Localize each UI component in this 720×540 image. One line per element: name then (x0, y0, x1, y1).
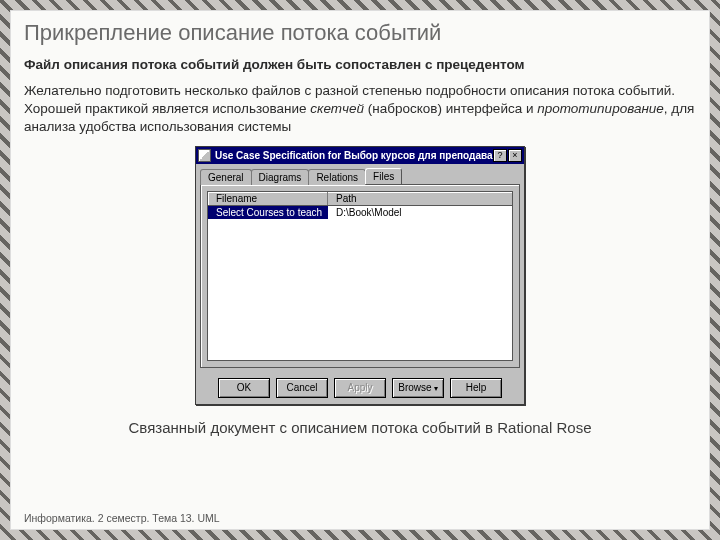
window-caption: Use Case Specification for Выбор курсов … (215, 150, 493, 161)
tabstrip: General Diagrams Relations Files (196, 164, 524, 184)
browse-label: Browse (398, 382, 431, 393)
system-icon[interactable] (198, 149, 211, 162)
cancel-button[interactable]: Cancel (276, 378, 328, 398)
figure: Use Case Specification for Выбор курсов … (24, 146, 696, 405)
slide: Прикрепление описание потока событий Фай… (10, 10, 710, 530)
chevron-down-icon: ▾ (434, 384, 438, 393)
body-text: Желательно подготовить несколько файлов … (24, 82, 696, 137)
close-window-button[interactable]: × (508, 149, 522, 162)
list-header: Filename Path (207, 191, 513, 206)
body-em-2: прототипирование (537, 101, 664, 116)
button-row: OK Cancel Apply Browse▾ Help (196, 372, 524, 404)
col-path[interactable]: Path (328, 192, 512, 205)
list-item[interactable]: Select Courses to teach D:\Book\Model (208, 206, 512, 219)
titlebar[interactable]: Use Case Specification for Выбор курсов … (196, 147, 524, 164)
cell-path: D:\Book\Model (328, 206, 512, 219)
tab-general[interactable]: General (200, 169, 252, 185)
col-filename[interactable]: Filename (208, 192, 328, 205)
browse-button[interactable]: Browse▾ (392, 378, 444, 398)
tab-files[interactable]: Files (365, 168, 402, 184)
figure-caption: Связанный документ с описанием потока со… (24, 419, 696, 436)
page-title: Прикрепление описание потока событий (24, 16, 696, 52)
slide-footer: Информатика. 2 семестр. Тема 13. UML (24, 512, 220, 524)
help-window-button[interactable]: ? (493, 149, 507, 162)
cell-filename: Select Courses to teach (208, 206, 328, 219)
body-em-1: скетчей (310, 101, 364, 116)
lead-text: Файл описания потока событий должен быть… (24, 56, 696, 74)
dialog-window: Use Case Specification for Выбор курсов … (195, 146, 525, 405)
tab-relations[interactable]: Relations (308, 169, 366, 185)
help-button[interactable]: Help (450, 378, 502, 398)
file-list[interactable]: Select Courses to teach D:\Book\Model (207, 206, 513, 361)
window-buttons: ? × (493, 149, 522, 162)
tab-panel-files: Filename Path Select Courses to teach D:… (200, 184, 520, 368)
body-part-2: (набросков) интерфейса и (364, 101, 537, 116)
ok-button[interactable]: OK (218, 378, 270, 398)
tab-diagrams[interactable]: Diagrams (251, 169, 310, 185)
apply-button[interactable]: Apply (334, 378, 386, 398)
